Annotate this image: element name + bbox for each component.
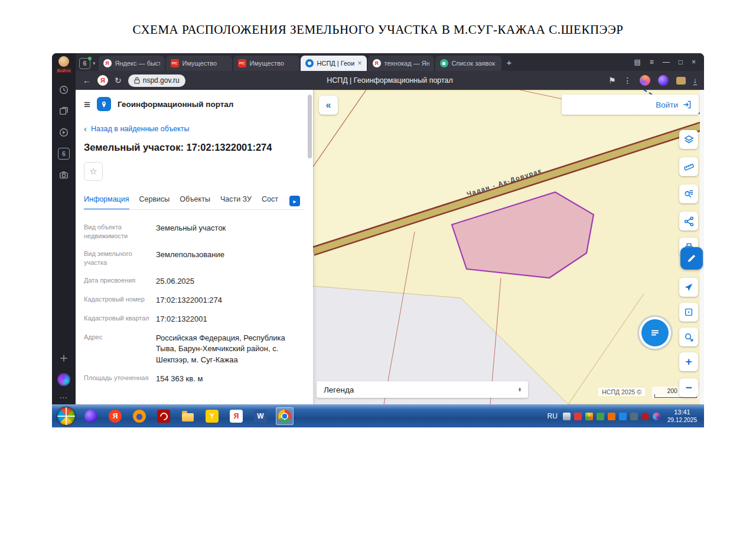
field-value: 17:02:1322001 (156, 314, 305, 325)
profile-avatar[interactable] (640, 75, 650, 86)
taskbar-app-yandex-browser[interactable]: Я (227, 407, 245, 425)
legend-label: Легенда (324, 385, 354, 394)
search-area-icon (683, 332, 695, 343)
panel-collapse-button[interactable]: « (319, 96, 338, 115)
bookmark-icon[interactable]: ⚑ (608, 76, 616, 85)
tray-icon[interactable] (641, 413, 649, 420)
tab-parcel-parts[interactable]: Части ЗУ (220, 195, 252, 209)
tray-icon[interactable] (608, 413, 615, 420)
taskbar-app-yandex[interactable]: Я (106, 407, 124, 425)
profile-login-label: Войти (56, 68, 71, 73)
start-button[interactable] (57, 407, 76, 426)
back-icon[interactable]: ← (83, 76, 91, 85)
legend-bar[interactable]: Легенда ▴ ▾ (317, 381, 528, 398)
url-field[interactable]: nspd.gov.ru (128, 74, 185, 87)
sidebar-add-icon[interactable] (57, 351, 71, 365)
browser-tab[interactable]: РТС Имущество (166, 56, 232, 71)
restore-button[interactable]: □ (679, 58, 683, 66)
browser-tab[interactable]: Я технокад — Янде (368, 56, 434, 71)
assistant-button[interactable] (641, 319, 669, 346)
map-canvas[interactable]: Чадан - Ак-Довурак (313, 90, 704, 404)
taskbar-app-acrobat[interactable] (155, 407, 172, 425)
tab-close-icon[interactable]: × (358, 59, 362, 67)
page-title: НСПД | Геоинформационный портал (327, 76, 453, 85)
taskbar-app-word[interactable]: W (252, 407, 269, 425)
wallet-icon[interactable] (676, 77, 686, 85)
tray-icon[interactable] (585, 413, 593, 420)
share-icon (683, 216, 695, 227)
tab-objects[interactable]: Объекты (180, 195, 210, 209)
collections-icon[interactable] (57, 104, 71, 118)
browser-menu-icon[interactable]: ≡ (650, 58, 654, 66)
tab-counter-button[interactable]: 6 ▾ (79, 56, 96, 71)
tray-icon[interactable] (597, 413, 604, 420)
field-label: Вид земельного участка (84, 249, 156, 268)
alice-icon[interactable] (658, 75, 669, 86)
draw-tool-button[interactable] (680, 247, 703, 270)
tabs-scroll-button[interactable]: ▸ (289, 196, 300, 206)
panel-tabs: Информация Сервисы Объекты Части ЗУ Сост… (84, 195, 305, 210)
field-value: Земельный участок (156, 223, 305, 241)
sidebar-more-icon[interactable]: ⋯ (60, 393, 69, 402)
field-value: Землепользование (156, 249, 305, 268)
alice-orb-icon[interactable] (57, 372, 71, 387)
page-content: ≡ Геоинформационный портал ‹ Назад в най… (76, 90, 704, 404)
profile-login-button[interactable]: Войти (56, 56, 71, 73)
taskbar-app-alice[interactable] (82, 407, 100, 425)
tab-groups-badge[interactable]: 6 (57, 147, 71, 161)
screenshot-icon[interactable] (57, 168, 71, 182)
yandex-search-icon[interactable]: Я (97, 75, 108, 86)
zoom-out-button[interactable]: − (679, 378, 698, 397)
taskbar-app-chrome[interactable] (276, 407, 294, 425)
field-value: Российская Федерация, Республика Тыва, Б… (156, 333, 305, 365)
language-indicator[interactable]: RU (548, 412, 558, 420)
search-in-view-button[interactable] (679, 328, 698, 346)
refresh-icon[interactable]: ↻ (115, 76, 122, 85)
favorite-star-button[interactable]: ☆ (84, 162, 103, 181)
taskbar-app-explorer[interactable] (179, 407, 197, 425)
tray-icon[interactable] (653, 413, 660, 420)
tray-icon[interactable] (563, 413, 571, 420)
new-tab-button[interactable]: + (507, 57, 512, 67)
word-icon: W (254, 410, 267, 423)
minimize-button[interactable]: — (663, 58, 670, 66)
info-fields: Вид объекта недвижимости Земельный участ… (84, 223, 305, 384)
legend-toggle-icon[interactable]: ▴ ▾ (519, 387, 521, 393)
field-label: Адрес (84, 333, 156, 365)
downloads-icon[interactable]: ↓ (693, 76, 698, 85)
object-search-button[interactable] (679, 184, 698, 203)
video-icon[interactable] (57, 125, 71, 140)
tray-icon[interactable] (619, 413, 627, 420)
back-to-results-link[interactable]: ‹ Назад в найденные объекты (84, 124, 305, 133)
taskbar-clock[interactable]: 13:41 29.12.2025 (667, 408, 699, 424)
field-row: Вид объекта недвижимости Земельный участ… (84, 223, 305, 241)
portal-title: Геоинформационный портал (118, 100, 233, 109)
browser-tab-active[interactable]: НСПД | Геоинф × (301, 56, 367, 71)
chrome-icon (278, 410, 291, 423)
measure-button[interactable] (679, 157, 698, 176)
page-scrollbar[interactable] (700, 90, 704, 404)
zoom-in-button[interactable]: + (679, 352, 698, 371)
tray-icon[interactable] (574, 413, 582, 420)
share-button[interactable] (679, 212, 698, 231)
more-menu-icon[interactable]: ⋮ (624, 76, 632, 85)
taskbar-app-firefox[interactable] (131, 407, 148, 425)
browser-tab[interactable]: Список заявок — (435, 56, 501, 71)
browser-tab[interactable]: РТС Имущество (233, 56, 299, 71)
select-area-button[interactable] (679, 303, 698, 322)
my-location-button[interactable] (679, 278, 698, 297)
panel-scrollbar[interactable] (308, 93, 312, 401)
history-icon[interactable] (57, 83, 71, 97)
field-label: Кадастровый квартал (84, 314, 156, 325)
tab-services[interactable]: Сервисы (139, 195, 170, 209)
map-login-bar[interactable]: Войти (562, 95, 699, 115)
browser-tab[interactable]: Я Яндекс — быстры (99, 56, 165, 71)
taskbar-app-yandex-key[interactable]: Y (203, 407, 221, 425)
close-button[interactable]: × (692, 58, 696, 66)
side-panel-icon[interactable]: ▤ (634, 58, 640, 66)
layers-button[interactable] (679, 130, 698, 149)
tray-icon[interactable] (630, 413, 638, 420)
tab-information[interactable]: Информация (84, 195, 129, 210)
tab-composition[interactable]: Сост (262, 195, 278, 209)
menu-icon[interactable]: ≡ (84, 99, 90, 110)
